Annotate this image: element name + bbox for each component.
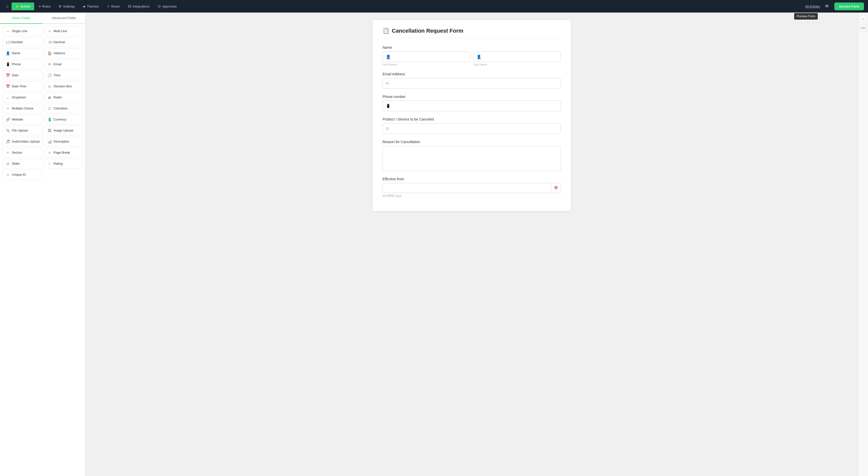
date-icon: 📅: [6, 73, 10, 77]
field-decimal[interactable]: .00 Decimal: [44, 37, 83, 47]
nav-tab-builder[interactable]: ⚡ Builder: [11, 2, 34, 10]
field-address[interactable]: 🏠 Address: [44, 49, 83, 58]
field-name[interactable]: 👤 Name: [2, 49, 43, 58]
phone-input-icon: 📱: [386, 104, 391, 108]
field-slider[interactable]: ⊟ Slider: [2, 159, 43, 168]
field-section[interactable]: ≡ Section: [2, 148, 43, 157]
last-name-input[interactable]: 👤: [473, 52, 561, 62]
name-label: Name: [382, 45, 561, 50]
field-phone[interactable]: 📱 Phone: [2, 60, 43, 69]
section-icon: ≡: [6, 151, 10, 155]
first-name-label: First Name: [382, 63, 470, 66]
phone-input[interactable]: 📱: [382, 101, 561, 111]
field-decision-box[interactable]: ◎ Decision Box: [44, 82, 83, 91]
unique-id-icon: ≡: [6, 173, 10, 177]
field-multiple-choice[interactable]: ≡ Multiple Choice: [2, 104, 43, 113]
dropdown-icon: ⌄: [6, 95, 10, 99]
field-number[interactable]: 123 Number: [2, 37, 43, 47]
time-icon: 🕐: [48, 73, 52, 77]
nav-tab-settings[interactable]: ⚙ Settings: [55, 2, 79, 10]
builder-icon: ⚡: [15, 4, 19, 8]
field-checkbox[interactable]: ☑ Checkbox: [44, 104, 83, 113]
access-form-button[interactable]: Access Form: [834, 2, 864, 10]
email-label: Email Address: [382, 72, 561, 76]
form-field-reason: Reason for Cancellation: [382, 140, 561, 171]
sidebar-code-button[interactable]: </>: [860, 24, 867, 32]
email-input[interactable]: ✉: [382, 78, 561, 89]
phone-label: Phone number: [382, 95, 561, 99]
first-name-wrapper: 👤 First Name: [382, 52, 470, 66]
approvals-icon: ☑: [158, 4, 161, 8]
name-row: 👤 First Name 👤 Last Name: [382, 52, 561, 66]
tab-basic-fields[interactable]: Basic Fields: [0, 12, 43, 24]
image-upload-icon: 🖼: [48, 129, 52, 132]
center-area: 📋 Cancellation Request Form Name 👤 First…: [85, 12, 858, 476]
form-field-phone: Phone number 📱: [382, 95, 561, 111]
multiple-choice-icon: ≡: [6, 106, 10, 110]
radio-icon: ◉: [48, 95, 52, 99]
field-date[interactable]: 📅 Date: [2, 70, 43, 80]
settings-icon: ⚙: [59, 4, 62, 8]
name-icon: 👤: [6, 51, 10, 55]
audio-video-icon: 🎵: [6, 139, 10, 144]
reason-textarea[interactable]: [382, 146, 561, 171]
nav-tab-approvals[interactable]: ☑ Approvals: [154, 2, 180, 10]
field-datetime[interactable]: 📅 Date-Time: [2, 82, 43, 91]
form-field-name: Name 👤 First Name 👤 Last Name: [382, 45, 561, 66]
all-entries-link[interactable]: All Entries: [805, 4, 820, 8]
preview-eye-button[interactable]: 👁: [823, 3, 831, 10]
page-break-icon: ≡: [48, 151, 52, 155]
last-name-label: Last Name: [473, 63, 561, 66]
sidebar-expand-button[interactable]: ›: [860, 15, 867, 23]
field-page-break[interactable]: ≡ Page Break: [44, 148, 83, 157]
nav-tab-themes[interactable]: ◈ Themes: [80, 2, 102, 10]
file-upload-icon: 📎: [6, 129, 10, 132]
tab-advanced-fields[interactable]: Advanced Fields: [43, 12, 85, 24]
description-icon: 📊: [48, 139, 52, 144]
product-input[interactable]: ⊟: [382, 123, 561, 134]
field-time[interactable]: 🕐 Time: [44, 70, 83, 80]
field-radio[interactable]: ◉ Radio: [44, 93, 83, 102]
field-description[interactable]: 📊 Description: [44, 137, 83, 146]
field-dropdown[interactable]: ⌄ Dropdown: [2, 93, 43, 102]
email-icon: ✉: [48, 62, 52, 66]
first-name-input[interactable]: 👤: [382, 52, 470, 62]
themes-icon: ◈: [83, 4, 85, 8]
top-nav: ⌂ ⚡ Builder ≡ Rules ⚙ Settings ◈ Themes …: [0, 0, 868, 12]
field-email[interactable]: ✉ Email: [44, 60, 83, 69]
single-line-icon: —: [6, 29, 10, 33]
form-card: 📋 Cancellation Request Form Name 👤 First…: [372, 20, 571, 211]
form-field-effective: Effective from 📅 dd-MMM-yyyy: [382, 177, 561, 198]
field-single-line[interactable]: — Single Line: [2, 26, 43, 36]
first-name-icon: 👤: [386, 55, 391, 59]
website-icon: 🔗: [6, 118, 10, 122]
decimal-icon: .00: [48, 40, 52, 44]
date-input[interactable]: [382, 183, 551, 193]
home-icon[interactable]: ⌂: [4, 2, 10, 10]
nav-tab-rules[interactable]: ≡ Rules: [35, 2, 54, 10]
currency-icon: 💲: [48, 118, 52, 122]
phone-icon: 📱: [6, 62, 10, 66]
slider-icon: ⊟: [6, 162, 10, 166]
rating-icon: ☆: [48, 162, 52, 166]
field-audio-video[interactable]: 🎵 Audio/Video Upload: [2, 137, 43, 146]
date-calendar-button[interactable]: 📅: [551, 183, 561, 193]
rules-icon: ≡: [39, 4, 41, 8]
field-currency[interactable]: 💲 Currency: [44, 115, 83, 124]
nav-right: All Entries 👁 Access Form: [805, 2, 864, 10]
field-multi-line[interactable]: ≡ Multi Line: [44, 26, 83, 36]
date-wrapper: 📅: [382, 183, 561, 193]
field-file-upload[interactable]: 📎 File Upload: [2, 126, 43, 135]
form-title-icon: 📋: [382, 28, 389, 34]
nav-tab-integrations[interactable]: ⛓ Integrations: [124, 2, 153, 10]
nav-tab-share[interactable]: ↗ Share: [103, 2, 123, 10]
checkbox-icon: ☑: [48, 106, 52, 110]
integrations-icon: ⛓: [128, 4, 131, 8]
address-icon: 🏠: [48, 51, 52, 55]
product-input-icon: ⊟: [386, 126, 389, 131]
field-image-upload[interactable]: 🖼 Image Upload: [44, 126, 83, 135]
field-rating[interactable]: ☆ Rating: [44, 159, 83, 168]
field-website[interactable]: 🔗 Website: [2, 115, 43, 124]
decision-box-icon: ◎: [48, 84, 52, 88]
field-unique-id[interactable]: ≡ Unique ID: [2, 170, 43, 180]
